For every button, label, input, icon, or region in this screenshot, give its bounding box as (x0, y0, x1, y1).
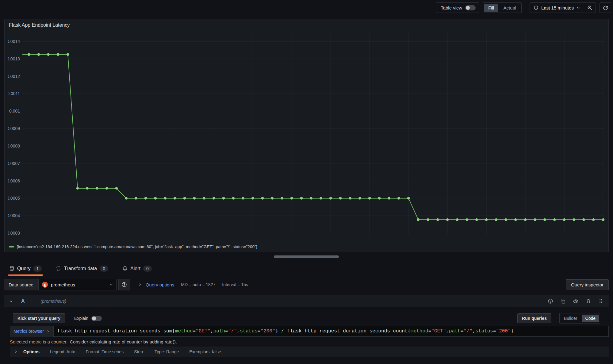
panel-title: Flask App Endpoint Latency (9, 22, 70, 28)
promql-expression-input[interactable]: flask_http_request_duration_seconds_sum{… (53, 326, 609, 337)
promql-editor-row: Metrics browser flask_http_request_durat… (10, 326, 609, 337)
svg-text:0.0008: 0.0008 (8, 144, 20, 148)
interval-text: Interval = 15s (222, 282, 248, 287)
help-icon (121, 282, 127, 287)
toggle-knob (92, 316, 96, 320)
builder-option[interactable]: Builder (560, 315, 581, 322)
query-row-header[interactable]: A (prometheus) (4, 295, 609, 307)
options-label: Options (23, 349, 40, 354)
editor-tabs: Query 1 Transform data 0 Alert 0 (0, 261, 613, 276)
timeseries-panel: Flask App Endpoint Latency 0.00140.00130… (4, 19, 609, 252)
svg-text:0.0009: 0.0009 (8, 126, 20, 131)
svg-text:0.0013: 0.0013 (8, 56, 20, 61)
tab-alert-label: Alert (130, 266, 140, 271)
tab-alert[interactable]: Alert 0 (122, 261, 152, 276)
horizontal-scrollbar-thumb[interactable] (274, 255, 339, 258)
legend-series-label[interactable]: {instance="ec2-184-169-216-224.us-west-1… (17, 244, 257, 249)
chevron-down-icon (577, 6, 580, 10)
counter-warning: Selected metric is a counter. Consider c… (10, 338, 609, 345)
explain-toggle[interactable] (91, 316, 102, 321)
drag-handle-icon[interactable] (598, 299, 603, 304)
options-summary: Legend: AutoFormat: Time seriesStep:Type… (50, 349, 221, 354)
datasource-label: Data source (4, 279, 38, 290)
actual-option[interactable]: Actual (499, 4, 520, 12)
svg-text:0.0005: 0.0005 (8, 196, 20, 201)
datasource-bar: Data source prometheus Query options MD … (4, 278, 609, 291)
tab-transform-badge: 0 (100, 266, 108, 272)
datasource-name: prometheus (51, 282, 107, 287)
svg-text:0.0014: 0.0014 (8, 39, 20, 44)
svg-text:0.0012: 0.0012 (8, 74, 20, 79)
refresh-icon (603, 5, 608, 10)
angle-right-icon (14, 350, 18, 354)
query-options-label[interactable]: Query options (146, 282, 174, 287)
explain-control: Explain (74, 316, 102, 321)
warning-text: Selected metric is a counter. (10, 339, 67, 344)
max-data-points-text: MD = auto = 1827 (181, 282, 215, 287)
zoom-out-icon (587, 5, 592, 10)
svg-text:0.0003: 0.0003 (8, 231, 20, 236)
toggle-knob (466, 6, 470, 10)
chart-legend: {instance="ec2-184-169-216-224.us-west-1… (9, 244, 257, 249)
kick-start-query-button[interactable]: Kick start your query (13, 313, 65, 323)
svg-text:0.0007: 0.0007 (8, 161, 20, 166)
time-range-label: Last 15 minutes (541, 5, 574, 10)
datasource-picker[interactable]: prometheus (38, 279, 117, 290)
prometheus-icon (42, 282, 48, 288)
table-view-control: Table view (436, 2, 479, 13)
tab-query-badge: 1 (33, 266, 42, 272)
angle-right-icon (138, 283, 142, 287)
svg-text:0.0006: 0.0006 (8, 178, 20, 183)
time-range-control: Last 15 minutes (530, 2, 596, 13)
duplicate-query-icon[interactable] (560, 298, 566, 304)
metrics-browser-label: Metrics browser (13, 329, 44, 334)
delete-query-icon[interactable] (586, 298, 591, 304)
query-options-row[interactable]: Options Legend: AutoFormat: Time seriesS… (10, 347, 609, 357)
query-toolbar-row: Kick start your query Explain Run querie… (13, 313, 609, 324)
chevron-down-icon (109, 283, 113, 286)
bell-icon (122, 266, 128, 271)
query-ref-id: A (21, 298, 25, 304)
panel-editor-toolbar: Table view Fill Actual Last 15 minutes (0, 0, 613, 15)
tab-transform-data[interactable]: Transform data 0 (56, 261, 108, 276)
tab-alert-badge: 0 (143, 266, 152, 272)
tab-query[interactable]: Query 1 (9, 261, 42, 276)
builder-code-switch: Builder Code (559, 313, 600, 324)
svg-text:0.0004: 0.0004 (8, 213, 20, 218)
tab-query-label: Query (17, 266, 31, 271)
zoom-out-button[interactable] (584, 3, 596, 13)
time-range-picker[interactable]: Last 15 minutes (530, 3, 584, 13)
toggle-visibility-icon[interactable] (573, 298, 579, 304)
run-queries-button[interactable]: Run queries (517, 313, 551, 323)
clock-icon (534, 5, 538, 10)
code-option[interactable]: Code (582, 315, 599, 322)
datasource-help-button[interactable] (118, 279, 130, 290)
latency-chart[interactable]: 0.00140.00130.00120.00110.0010.00090.000… (8, 31, 606, 238)
table-view-label: Table view (441, 5, 462, 10)
transform-icon (56, 266, 61, 271)
tab-transform-label: Transform data (64, 266, 97, 271)
fill-option[interactable]: Fill (484, 4, 498, 12)
table-view-toggle[interactable] (465, 5, 476, 10)
refresh-button[interactable] (600, 2, 611, 13)
metrics-browser-button[interactable]: Metrics browser (10, 326, 53, 337)
query-help-icon[interactable] (548, 298, 553, 304)
query-inspector-button[interactable]: Query inspector (566, 279, 609, 290)
angle-right-icon (46, 330, 50, 333)
fill-actual-switch: Fill Actual (483, 2, 522, 13)
legend-series-swatch (9, 246, 14, 247)
query-datasource-hint: (prometheus) (41, 299, 66, 304)
add-rate-link[interactable]: Consider calculating rate of counter by … (70, 339, 177, 344)
collapse-chevron-icon[interactable] (9, 299, 13, 303)
database-icon (9, 266, 14, 271)
explain-label: Explain (74, 316, 88, 321)
svg-text:0.0011: 0.0011 (8, 91, 20, 96)
svg-text:0.001: 0.001 (9, 109, 20, 113)
query-options-section[interactable]: Query options MD = auto = 1827 Interval … (138, 282, 248, 287)
